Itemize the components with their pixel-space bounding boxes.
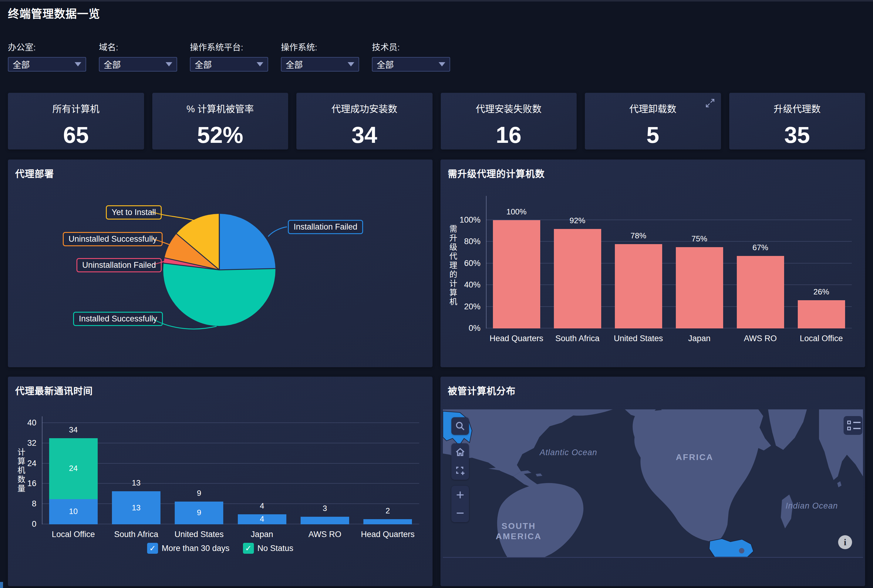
caret-down-icon [166, 62, 172, 66]
panel-title: 需升级代理的计算机数 [448, 166, 545, 180]
os-platform-select[interactable]: 全部 [190, 57, 268, 72]
technician-select[interactable]: 全部 [372, 57, 450, 72]
x-category-label: AWS RO [309, 530, 342, 539]
x-category-label: Local Office [800, 334, 843, 343]
pie-label-uninstallation-failed[interactable]: Uninstallation Failed [76, 258, 162, 272]
checkbox-checked-icon[interactable]: ✓ [147, 543, 158, 554]
segment-value-label: 24 [69, 464, 78, 473]
kpi-agent-uninstalled[interactable]: 代理卸载数 5 [585, 93, 721, 150]
legend-icon [847, 421, 862, 424]
expand-icon[interactable] [704, 97, 716, 109]
bar[interactable] [737, 256, 784, 328]
segment-value-label: 9 [197, 508, 201, 518]
south-america-landmass [497, 483, 584, 557]
office-select[interactable]: 全部 [8, 57, 86, 72]
filter-technician: 技术员: 全部 [372, 40, 450, 72]
y-tick-label: 40% [464, 280, 480, 290]
dashboard-page: 终端管理数据一览 办公室: 全部 域名: 全部 操作系统平台: 全部 操作系统: [0, 0, 873, 588]
bar-slot: 100%Head Quarters [486, 196, 547, 328]
bar[interactable] [493, 220, 540, 328]
arabian-peninsula [768, 410, 807, 450]
map-zoom-out-button[interactable] [452, 504, 469, 522]
legend-item-more-than-30-days[interactable]: ✓ More than 30 days [147, 543, 230, 554]
pie-label-yet-to-install[interactable]: Yet to Install [106, 205, 162, 219]
y-tick-label: 0% [469, 324, 480, 333]
panel-grid: 代理部署 Yet to Install Uninstalled Successf… [8, 159, 865, 586]
pie-label-installed-successfully[interactable]: Installed Successfully [73, 312, 163, 326]
x-category-label: South Africa [555, 334, 600, 343]
pie-chart[interactable] [163, 214, 275, 326]
page-title: 终端管理数据一览 [8, 0, 865, 21]
world-map-svg[interactable]: Atlantic Ocean AFRICA Indian Ocean SOUTH… [443, 410, 863, 557]
scrollbar-fragment[interactable] [0, 582, 3, 588]
stacked-bar-segment[interactable] [363, 519, 412, 524]
kpi-managed-percent[interactable]: % 计算机被管率 52% [152, 93, 288, 150]
kpi-row: 所有计算机 65 % 计算机被管率 52% 代理成功安装数 34 代理安装失败数… [8, 93, 865, 150]
indian-ocean-label: Indian Ocean [786, 501, 838, 510]
map-search-button[interactable] [452, 417, 469, 435]
domain-select-value: 全部 [104, 58, 121, 70]
pie-label-installation-failed[interactable]: Installation Failed [288, 220, 363, 234]
bar-slot: 2Head Quarters [356, 416, 419, 524]
kpi-value: 52% [197, 122, 243, 148]
bar-slot: 1313South Africa [105, 416, 168, 524]
map-home-button[interactable] [452, 443, 469, 462]
kpi-label: 代理成功安装数 [332, 101, 398, 115]
kpi-label: % 计算机被管率 [186, 101, 254, 115]
checkbox-checked-icon[interactable]: ✓ [243, 543, 254, 554]
x-category-label: Japan [688, 334, 711, 343]
domain-select[interactable]: 全部 [99, 57, 177, 72]
stacked-bar-segment[interactable] [301, 517, 349, 524]
home-icon [455, 447, 465, 458]
bar-slot: 3AWS RO [293, 416, 356, 524]
bar-value-label: 92% [569, 216, 585, 225]
filter-label: 操作系统平台: [190, 40, 268, 53]
os-platform-select-value: 全部 [195, 58, 212, 70]
highlight-south-africa[interactable] [709, 538, 753, 557]
kpi-all-computers[interactable]: 所有计算机 65 [8, 93, 144, 150]
bar[interactable] [676, 247, 723, 328]
south-america-label-line2: AMERICA [496, 532, 542, 541]
map-zoom-in-button[interactable] [452, 486, 469, 504]
bar-slot: 99United States [168, 416, 231, 524]
world-map[interactable]: Atlantic Ocean AFRICA Indian Ocean SOUTH… [443, 410, 863, 558]
legend-item-no-status[interactable]: ✓ No Status [243, 543, 294, 554]
filter-office: 办公室: 全部 [8, 40, 86, 72]
filter-domain: 域名: 全部 [99, 40, 177, 72]
x-category-label: Japan [251, 530, 273, 539]
bar[interactable] [798, 300, 845, 328]
x-category-label: South Africa [114, 530, 158, 539]
x-category-label: Local Office [52, 530, 95, 539]
filter-label: 办公室: [8, 40, 86, 53]
bar-chart: 0%20%40%60%80%100%100%Head Quarters92%So… [486, 196, 852, 328]
lesotho-dot [739, 548, 744, 554]
os-select[interactable]: 全部 [281, 57, 359, 72]
bar-value-label: 78% [630, 231, 646, 240]
south-america-label-line1: SOUTH [502, 521, 536, 531]
x-category-label: Head Quarters [361, 530, 415, 539]
y-tick-label: 20% [464, 302, 480, 311]
kpi-agent-install-failed[interactable]: 代理安装失败数 16 [441, 93, 577, 150]
bar-value-label: 67% [752, 243, 768, 252]
bar[interactable] [554, 229, 601, 328]
plus-icon [455, 490, 465, 500]
map-info-icon[interactable]: i [838, 535, 852, 549]
bar-slot: 67%AWS RO [730, 196, 791, 328]
pie-label-uninstalled-successfully[interactable]: Uninstalled Successfully [63, 232, 163, 246]
kpi-agent-installed[interactable]: 代理成功安装数 34 [296, 93, 432, 150]
bar[interactable] [615, 244, 662, 328]
map-legend-button[interactable] [844, 416, 862, 435]
top-edge [0, 0, 873, 2]
bar-total-label: 2 [386, 506, 390, 516]
panel-agent-last-contact: 代理最新通讯时间 计算机数量 0816243240102434Local Off… [8, 376, 432, 586]
kpi-agent-upgraded[interactable]: 升级代理数 35 [729, 93, 866, 150]
bar-slot: 44Japan [231, 416, 293, 524]
caret-down-icon [256, 62, 263, 66]
chart-legend: ✓ More than 30 days ✓ No Status [8, 543, 432, 554]
madagascar-island [781, 495, 793, 529]
technician-select-value: 全部 [377, 58, 394, 70]
x-category-label: Head Quarters [490, 334, 543, 343]
bar-value-label: 26% [813, 287, 829, 297]
map-zoom-selection-button[interactable] [452, 462, 469, 480]
segment-value-label: 10 [69, 507, 78, 516]
